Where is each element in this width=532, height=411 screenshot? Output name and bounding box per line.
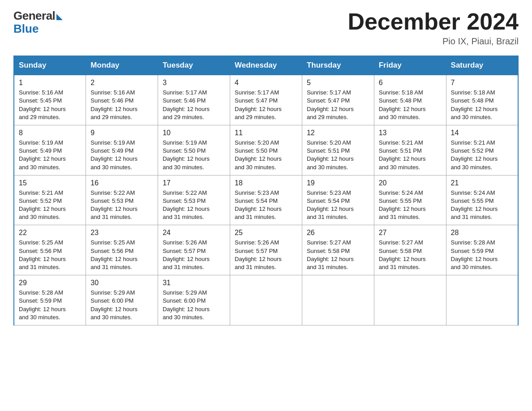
day-number: 10: [163, 129, 225, 137]
day-number: 29: [19, 279, 81, 287]
day-number: 20: [379, 179, 442, 187]
day-number: 6: [379, 79, 442, 87]
title-area: December 2024 Pio IX, Piaui, Brazil: [348, 9, 519, 47]
month-title: December 2024: [348, 9, 519, 34]
day-info: Sunrise: 5:17 AMSunset: 5:46 PMDaylight:…: [163, 89, 210, 120]
day-info: Sunrise: 5:29 AMSunset: 6:00 PMDaylight:…: [163, 289, 210, 321]
calendar-day-cell: 3 Sunrise: 5:17 AMSunset: 5:46 PMDayligh…: [158, 75, 230, 125]
day-info: Sunrise: 5:23 AMSunset: 5:54 PMDaylight:…: [235, 189, 282, 221]
day-of-week-header: Sunday: [14, 56, 86, 75]
day-info: Sunrise: 5:23 AMSunset: 5:54 PMDaylight:…: [307, 189, 354, 221]
calendar-day-cell: 19 Sunrise: 5:23 AMSunset: 5:54 PMDaylig…: [302, 175, 374, 225]
day-number: 12: [307, 129, 369, 137]
day-number: 31: [163, 279, 225, 287]
day-info: Sunrise: 5:20 AMSunset: 5:51 PMDaylight:…: [307, 139, 354, 171]
day-number: 4: [235, 79, 297, 87]
calendar-day-cell: 28 Sunrise: 5:28 AMSunset: 5:59 PMDaylig…: [446, 225, 518, 275]
day-number: 11: [235, 129, 297, 137]
day-number: 13: [379, 129, 442, 137]
day-info: Sunrise: 5:24 AMSunset: 5:55 PMDaylight:…: [451, 189, 498, 221]
calendar-body: 1 Sunrise: 5:16 AMSunset: 5:45 PMDayligh…: [14, 75, 518, 325]
calendar-day-cell: 8 Sunrise: 5:19 AMSunset: 5:49 PMDayligh…: [14, 125, 86, 175]
day-number: 17: [163, 179, 225, 187]
day-number: 9: [90, 129, 153, 137]
day-number: 25: [235, 229, 297, 237]
day-info: Sunrise: 5:22 AMSunset: 5:53 PMDaylight:…: [90, 189, 137, 221]
day-of-week-header: Saturday: [446, 56, 518, 75]
day-info: Sunrise: 5:27 AMSunset: 5:58 PMDaylight:…: [379, 239, 426, 270]
calendar-day-cell: 31 Sunrise: 5:29 AMSunset: 6:00 PMDaylig…: [158, 275, 230, 325]
calendar-day-cell: 12 Sunrise: 5:20 AMSunset: 5:51 PMDaylig…: [302, 125, 374, 175]
day-of-week-header: Tuesday: [158, 56, 230, 75]
logo: General Blue: [13, 9, 63, 36]
day-number: 24: [163, 229, 225, 237]
calendar-day-cell: 10 Sunrise: 5:19 AMSunset: 5:50 PMDaylig…: [158, 125, 230, 175]
calendar-day-cell: 27 Sunrise: 5:27 AMSunset: 5:58 PMDaylig…: [374, 225, 446, 275]
day-number: 3: [163, 79, 225, 87]
calendar-day-cell: 21 Sunrise: 5:24 AMSunset: 5:55 PMDaylig…: [446, 175, 518, 225]
day-info: Sunrise: 5:17 AMSunset: 5:47 PMDaylight:…: [235, 89, 282, 120]
calendar-day-cell: 25 Sunrise: 5:26 AMSunset: 5:57 PMDaylig…: [230, 225, 302, 275]
calendar-day-cell: 14 Sunrise: 5:21 AMSunset: 5:52 PMDaylig…: [446, 125, 518, 175]
calendar-week-row: 8 Sunrise: 5:19 AMSunset: 5:49 PMDayligh…: [14, 125, 518, 175]
day-number: 26: [307, 229, 369, 237]
day-info: Sunrise: 5:22 AMSunset: 5:53 PMDaylight:…: [163, 189, 210, 221]
calendar-week-row: 1 Sunrise: 5:16 AMSunset: 5:45 PMDayligh…: [14, 75, 518, 125]
day-info: Sunrise: 5:16 AMSunset: 5:46 PMDaylight:…: [90, 89, 137, 120]
day-number: 2: [90, 79, 153, 87]
calendar-day-cell: 7 Sunrise: 5:18 AMSunset: 5:48 PMDayligh…: [446, 75, 518, 125]
day-info: Sunrise: 5:28 AMSunset: 5:59 PMDaylight:…: [19, 289, 66, 321]
calendar-day-cell: 22 Sunrise: 5:25 AMSunset: 5:56 PMDaylig…: [14, 225, 86, 275]
day-info: Sunrise: 5:19 AMSunset: 5:50 PMDaylight:…: [163, 139, 210, 171]
calendar-day-cell: 26 Sunrise: 5:27 AMSunset: 5:58 PMDaylig…: [302, 225, 374, 275]
day-of-week-header: Wednesday: [230, 56, 302, 75]
day-number: 8: [19, 129, 81, 137]
day-info: Sunrise: 5:16 AMSunset: 5:45 PMDaylight:…: [19, 89, 66, 120]
calendar-day-cell: 2 Sunrise: 5:16 AMSunset: 5:46 PMDayligh…: [86, 75, 158, 125]
calendar-header: SundayMondayTuesdayWednesdayThursdayFrid…: [14, 56, 518, 75]
day-info: Sunrise: 5:19 AMSunset: 5:49 PMDaylight:…: [90, 139, 137, 171]
day-number: 28: [451, 229, 513, 237]
day-info: Sunrise: 5:17 AMSunset: 5:47 PMDaylight:…: [307, 89, 354, 120]
calendar-day-cell: 18 Sunrise: 5:23 AMSunset: 5:54 PMDaylig…: [230, 175, 302, 225]
day-info: Sunrise: 5:21 AMSunset: 5:51 PMDaylight:…: [379, 139, 426, 171]
calendar-table: SundayMondayTuesdayWednesdayThursdayFrid…: [13, 56, 519, 325]
calendar-day-cell: 23 Sunrise: 5:25 AMSunset: 5:56 PMDaylig…: [86, 225, 158, 275]
day-info: Sunrise: 5:25 AMSunset: 5:56 PMDaylight:…: [19, 239, 66, 270]
calendar-day-cell: 16 Sunrise: 5:22 AMSunset: 5:53 PMDaylig…: [86, 175, 158, 225]
calendar-day-cell: 11 Sunrise: 5:20 AMSunset: 5:50 PMDaylig…: [230, 125, 302, 175]
calendar-day-cell: 15 Sunrise: 5:21 AMSunset: 5:52 PMDaylig…: [14, 175, 86, 225]
day-info: Sunrise: 5:21 AMSunset: 5:52 PMDaylight:…: [451, 139, 498, 171]
day-info: Sunrise: 5:19 AMSunset: 5:49 PMDaylight:…: [19, 139, 66, 171]
logo-blue-text: Blue: [13, 22, 39, 36]
day-of-week-header: Friday: [374, 56, 446, 75]
day-info: Sunrise: 5:24 AMSunset: 5:55 PMDaylight:…: [379, 189, 426, 221]
calendar-day-cell: 17 Sunrise: 5:22 AMSunset: 5:53 PMDaylig…: [158, 175, 230, 225]
day-number: 18: [235, 179, 297, 187]
day-info: Sunrise: 5:18 AMSunset: 5:48 PMDaylight:…: [379, 89, 426, 120]
day-number: 27: [379, 229, 442, 237]
calendar-day-cell: 5 Sunrise: 5:17 AMSunset: 5:47 PMDayligh…: [302, 75, 374, 125]
day-info: Sunrise: 5:26 AMSunset: 5:57 PMDaylight:…: [163, 239, 210, 270]
day-of-week-header: Thursday: [302, 56, 374, 75]
calendar-day-cell: 29 Sunrise: 5:28 AMSunset: 5:59 PMDaylig…: [14, 275, 86, 325]
calendar-week-row: 29 Sunrise: 5:28 AMSunset: 5:59 PMDaylig…: [14, 275, 518, 325]
calendar-day-cell: 30 Sunrise: 5:29 AMSunset: 6:00 PMDaylig…: [86, 275, 158, 325]
logo-general-text: General: [13, 9, 55, 23]
logo-arrow-icon: [56, 14, 63, 20]
day-number: 16: [90, 179, 153, 187]
day-info: Sunrise: 5:29 AMSunset: 6:00 PMDaylight:…: [90, 289, 137, 321]
calendar-day-cell: 9 Sunrise: 5:19 AMSunset: 5:49 PMDayligh…: [86, 125, 158, 175]
calendar-day-cell: 13 Sunrise: 5:21 AMSunset: 5:51 PMDaylig…: [374, 125, 446, 175]
calendar-day-cell: 1 Sunrise: 5:16 AMSunset: 5:45 PMDayligh…: [14, 75, 86, 125]
day-info: Sunrise: 5:26 AMSunset: 5:57 PMDaylight:…: [235, 239, 282, 270]
calendar-day-cell: 6 Sunrise: 5:18 AMSunset: 5:48 PMDayligh…: [374, 75, 446, 125]
day-number: 23: [90, 229, 153, 237]
calendar-day-cell: 20 Sunrise: 5:24 AMSunset: 5:55 PMDaylig…: [374, 175, 446, 225]
calendar-week-row: 22 Sunrise: 5:25 AMSunset: 5:56 PMDaylig…: [14, 225, 518, 275]
logo-top: General: [13, 9, 63, 23]
calendar-day-cell: [374, 275, 446, 325]
day-number: 5: [307, 79, 369, 87]
day-number: 19: [307, 179, 369, 187]
day-number: 21: [451, 179, 513, 187]
